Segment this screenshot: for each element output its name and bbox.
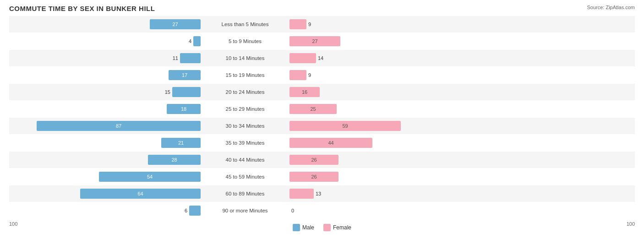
legend-female-box: [323, 224, 331, 231]
female-value: 9: [308, 22, 317, 27]
male-value-inner: 21: [178, 140, 184, 146]
row-label: 25 to 29 Minutes: [202, 106, 289, 112]
row-label: 5 to 9 Minutes: [202, 38, 289, 44]
male-value-inner: 27: [172, 22, 178, 27]
male-bar: 27: [150, 19, 201, 29]
male-bar: 87: [37, 121, 201, 131]
source-label: Source: ZipAtlas.com: [587, 5, 635, 10]
female-value-inner: 59: [342, 123, 348, 129]
female-bar: 44: [289, 138, 372, 148]
male-bar: 64: [80, 189, 201, 199]
male-bar: 18: [167, 104, 201, 114]
table-row: 2135 to 39 Minutes44: [9, 135, 635, 151]
table-row: 5445 to 59 Minutes26: [9, 168, 635, 185]
axis-left: 100: [9, 221, 17, 231]
female-value-inner: 26: [311, 174, 317, 179]
female-bar: [289, 189, 314, 199]
male-bar: [193, 36, 201, 46]
table-row: 2840 to 44 Minutes26: [9, 152, 635, 168]
female-value-inner: 26: [311, 157, 317, 163]
row-label: 60 to 89 Minutes: [202, 191, 289, 196]
male-bar: 28: [148, 155, 201, 165]
male-bar: 17: [169, 70, 201, 80]
female-value-inner: 25: [310, 106, 316, 112]
male-value-inner: 64: [137, 191, 143, 196]
legend-male: Male: [293, 224, 314, 231]
table-row: 1520 to 24 Minutes16: [9, 84, 635, 100]
row-label: 35 to 39 Minutes: [202, 140, 289, 146]
female-bar: 26: [289, 172, 338, 182]
female-bar: [289, 19, 306, 29]
female-value: 0: [291, 208, 300, 213]
male-value-inner: 17: [182, 72, 187, 78]
row-label: 40 to 44 Minutes: [202, 157, 289, 163]
table-row: 27Less than 5 Minutes9: [9, 16, 635, 33]
female-bar: 26: [289, 155, 338, 165]
male-value: 15: [161, 89, 170, 95]
female-bar: [289, 53, 316, 63]
table-row: 45 to 9 Minutes27: [9, 33, 635, 49]
row-label: 15 to 19 Minutes: [202, 72, 289, 78]
female-value-inner: 27: [312, 38, 317, 44]
female-value: 13: [316, 191, 325, 196]
male-value-inner: 18: [181, 106, 186, 112]
legend-female: Female: [323, 224, 351, 231]
table-row: 1110 to 14 Minutes14: [9, 50, 635, 66]
female-bar: 27: [289, 36, 340, 46]
legend-male-box: [293, 224, 300, 231]
female-bar: [289, 70, 306, 80]
female-value-inner: 44: [328, 140, 333, 146]
row-label: 45 to 59 Minutes: [202, 174, 289, 179]
male-value-inner: 87: [116, 123, 121, 129]
axis-labels: 100 Male Female 100: [9, 221, 635, 231]
male-bar: [172, 87, 201, 97]
rows-container: 27Less than 5 Minutes945 to 9 Minutes271…: [9, 16, 635, 219]
male-value: 6: [178, 208, 187, 213]
female-bar: 59: [289, 121, 401, 131]
male-value: 4: [182, 38, 191, 44]
table-row: 690 or more Minutes0: [9, 202, 635, 219]
female-value: 9: [308, 72, 317, 78]
row-label: 30 to 34 Minutes: [202, 123, 289, 129]
male-bar: 21: [161, 138, 201, 148]
female-value-inner: 16: [302, 89, 307, 95]
female-value: 14: [318, 55, 327, 61]
row-label: 20 to 24 Minutes: [202, 89, 289, 95]
table-row: 6460 to 89 Minutes13: [9, 185, 635, 202]
male-value-inner: 28: [171, 157, 177, 163]
male-bar: [180, 53, 201, 63]
chart-title: COMMUTE TIME BY SEX IN BUNKER HILL: [9, 5, 635, 12]
male-bar: [189, 206, 201, 216]
chart-container: COMMUTE TIME BY SEX IN BUNKER HILL Sourc…: [0, 0, 644, 239]
legend: Male Female: [293, 224, 351, 231]
row-label: 90 or more Minutes: [202, 208, 289, 213]
table-row: 8730 to 34 Minutes59: [9, 118, 635, 134]
row-label: Less than 5 Minutes: [202, 22, 289, 27]
legend-male-label: Male: [302, 224, 314, 231]
axis-right: 100: [627, 221, 635, 231]
table-row: 1825 to 29 Minutes25: [9, 101, 635, 117]
male-value: 11: [169, 55, 178, 61]
row-label: 10 to 14 Minutes: [202, 55, 289, 61]
legend-female-label: Female: [333, 224, 351, 231]
male-value-inner: 54: [147, 174, 153, 179]
table-row: 1715 to 19 Minutes9: [9, 67, 635, 83]
female-bar: 25: [289, 104, 337, 114]
female-bar: 16: [289, 87, 320, 97]
male-bar: 54: [99, 172, 201, 182]
